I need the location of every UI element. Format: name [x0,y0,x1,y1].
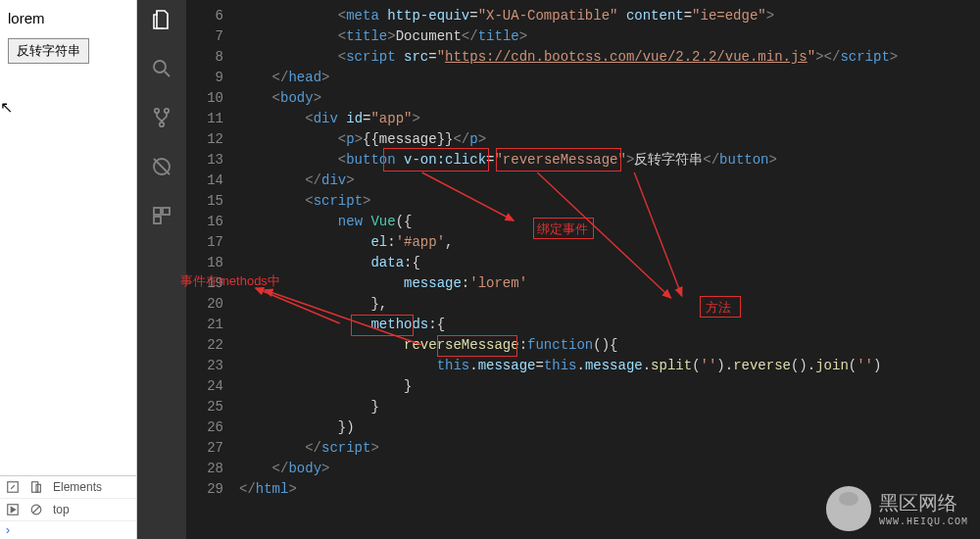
code-line[interactable]: new Vue({ [239,212,980,232]
line-number: 7 [186,26,223,47]
line-number: 15 [186,191,223,212]
line-number: 6 [186,6,223,26]
code-line[interactable]: } [239,376,980,397]
device-icon[interactable] [29,480,43,494]
line-number: 23 [186,356,223,376]
line-number: 14 [186,171,223,191]
play-icon[interactable] [6,503,20,516]
line-number: 13 [186,150,223,171]
svg-point-6 [155,109,159,113]
files-icon[interactable] [148,6,175,33]
line-gutter: 6789101112131415161718192021222324252627… [186,0,239,539]
code-line[interactable]: <script src="https://cdn.bootcss.com/vue… [239,47,980,68]
code-line[interactable]: }, [239,294,980,315]
code-line[interactable]: <p>{{message}}</p> [239,129,980,150]
watermark: 黑区网络 WWW.HEIQU.COM [826,486,968,531]
code-line[interactable]: el:'#app', [239,232,980,253]
devtools-chevron[interactable]: › [0,521,136,539]
line-number: 18 [186,253,223,273]
reverse-button[interactable]: 反转字符串 [8,38,89,64]
line-number: 10 [186,88,223,109]
line-number: 29 [186,479,223,500]
editor: 6789101112131415161718192021222324252627… [186,0,980,539]
devtools-context: top [0,499,136,521]
code-line[interactable]: message:'lorem' [239,273,980,294]
devtools-tab-elements[interactable]: Elements [53,480,102,494]
git-icon[interactable] [148,104,175,131]
activity-bar [137,0,186,539]
code-line[interactable]: </body> [239,459,980,479]
watermark-logo-icon [826,486,871,531]
code-line[interactable]: <script> [239,191,980,212]
svg-rect-12 [154,217,161,223]
line-number: 16 [186,212,223,232]
devtools-context-top[interactable]: top [53,503,70,516]
svg-rect-10 [154,208,161,215]
inspect-icon[interactable] [6,480,20,494]
code-line[interactable]: <meta http-equiv="X-UA-Compatible" conte… [239,6,980,26]
code-line[interactable]: }) [239,417,980,438]
app-root: lorem 反转字符串 ↖ Elements to [0,0,980,539]
browser-content: lorem 反转字符串 ↖ [0,0,136,475]
line-number: 28 [186,459,223,479]
code-line[interactable]: <div id="app"> [239,109,980,129]
debug-icon[interactable] [148,153,175,180]
extensions-icon[interactable] [148,202,175,229]
code-line[interactable]: } [239,397,980,417]
line-number: 19 [186,273,223,294]
line-number: 21 [186,315,223,335]
code-line[interactable]: reverseMessage:function(){ [239,335,980,356]
devtools-panel: Elements top › [0,475,136,539]
code-line[interactable]: <button v-on:click="reverseMessage">反转字符… [239,150,980,171]
svg-rect-11 [163,208,170,215]
line-number: 8 [186,47,223,68]
cursor-icon: ↖ [0,98,13,117]
line-number: 25 [186,397,223,417]
message-output: lorem [8,10,128,26]
line-number: 22 [186,335,223,356]
code-line[interactable]: <title>Document</title> [239,26,980,47]
line-number: 11 [186,109,223,129]
line-number: 20 [186,294,223,315]
code-line[interactable]: this.message=this.message.split('').reve… [239,356,980,376]
svg-point-8 [160,122,164,126]
svg-point-7 [165,109,169,113]
line-number: 24 [186,376,223,397]
line-number: 17 [186,232,223,253]
svg-rect-1 [32,482,38,493]
browser-panel: lorem 反转字符串 ↖ Elements to [0,0,137,539]
watermark-title: 黑区网络 [879,490,968,516]
code-line[interactable]: data:{ [239,253,980,273]
watermark-sub: WWW.HEIQU.COM [879,516,968,527]
svg-point-5 [154,61,166,73]
devtools-toolbar: Elements [0,476,136,499]
line-number: 26 [186,417,223,438]
search-icon[interactable] [148,55,175,82]
code-line[interactable]: methods:{ [239,315,980,335]
code-line[interactable]: </head> [239,68,980,88]
clear-icon[interactable] [29,503,43,516]
line-number: 27 [186,438,223,459]
code-area[interactable]: 绑定事件 方法 事件在methods中 黑区网络 [239,0,980,539]
code-line[interactable]: <body> [239,88,980,109]
line-number: 12 [186,129,223,150]
code-line[interactable]: </div> [239,171,980,191]
line-number: 9 [186,68,223,88]
code-line[interactable]: </script> [239,438,980,459]
